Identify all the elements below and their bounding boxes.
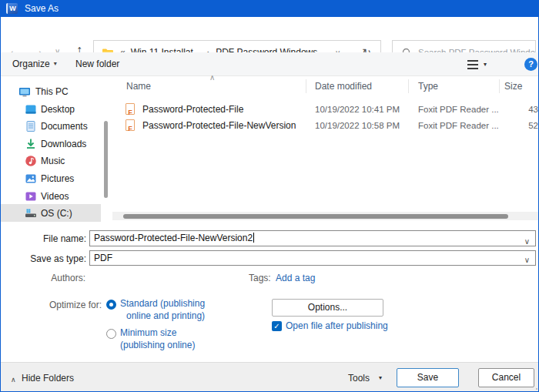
file-date-cell: 10/19/2022 10:41 PM bbox=[315, 102, 400, 118]
window-title: Save As bbox=[25, 0, 59, 17]
add-a-tag-link[interactable]: Add a tag bbox=[276, 273, 315, 283]
optimize-for-label: Optimize for: bbox=[1, 300, 102, 310]
column-header-type[interactable]: Type bbox=[418, 81, 438, 92]
sidebar-item-label: Desktop bbox=[41, 104, 75, 115]
sidebar-item-this-pc[interactable]: This PC bbox=[18, 83, 69, 100]
hard-drive-icon bbox=[25, 207, 37, 219]
column-header-name[interactable]: Name bbox=[126, 81, 151, 92]
sidebar-item-documents[interactable]: Documents bbox=[25, 118, 88, 135]
new-folder-button[interactable]: New folder bbox=[75, 59, 119, 69]
sidebar-item-downloads[interactable]: Downloads bbox=[25, 136, 86, 152]
column-header-date-modified[interactable]: Date modified bbox=[315, 81, 372, 92]
radio-standard-label-line2[interactable]: online and printing) bbox=[126, 310, 205, 321]
tags-label: Tags: bbox=[249, 273, 272, 283]
table-row[interactable]: F Password-Protected-File 10/19/2022 10:… bbox=[112, 102, 539, 118]
horizontal-scrollbar-thumb[interactable] bbox=[123, 214, 508, 219]
sort-ascending-icon[interactable]: ∧ bbox=[209, 73, 215, 82]
sidebar-item-label: Documents bbox=[41, 121, 88, 132]
sidebar-item-label: This PC bbox=[35, 86, 69, 97]
file-type-cell: Foxit PDF Reader ... bbox=[418, 118, 499, 134]
tools-caret-icon: ▾ bbox=[379, 374, 382, 381]
column-divider[interactable] bbox=[306, 79, 306, 93]
sidebar-item-label: OS (C:) bbox=[41, 208, 72, 219]
document-icon bbox=[25, 120, 37, 132]
tools-button[interactable]: Tools bbox=[348, 373, 370, 384]
pdf-file-icon: F bbox=[126, 103, 135, 115]
radio-standard-label-line1[interactable]: Standard (publishing bbox=[120, 298, 205, 309]
organize-caret-icon: ▾ bbox=[54, 60, 57, 67]
download-arrow-icon bbox=[25, 138, 37, 150]
pdf-file-icon: F bbox=[126, 119, 135, 131]
cancel-button[interactable]: Cancel bbox=[478, 368, 534, 387]
sidebar-item-videos[interactable]: Videos bbox=[25, 188, 69, 205]
file-size-cell: 43 bbox=[494, 102, 538, 118]
resize-grip[interactable] bbox=[536, 388, 537, 390]
organize-button[interactable]: Organize▾ bbox=[12, 59, 57, 69]
sidebar-item-label: Music bbox=[41, 156, 65, 166]
radio-standard[interactable] bbox=[106, 300, 116, 310]
pictures-icon bbox=[25, 173, 37, 185]
save-button[interactable]: Save bbox=[397, 368, 459, 387]
radio-minimum-label-line1[interactable]: Minimum size bbox=[120, 327, 176, 338]
file-date-cell: 10/19/2022 10:58 PM bbox=[315, 118, 400, 134]
view-list-icon[interactable] bbox=[467, 60, 478, 69]
chevron-down-icon[interactable]: ∨ bbox=[524, 234, 530, 249]
radio-minimum-label-line2[interactable]: (publishing online) bbox=[120, 340, 195, 350]
hide-folders-caret-icon: ∧ bbox=[11, 376, 16, 384]
table-row[interactable]: F Password-Protected-File-NewVersion 10/… bbox=[112, 118, 539, 134]
navigation-bar: ← → ∨ ↑ « Win 11 Installat... › PDF Pass… bbox=[1, 17, 539, 52]
column-divider[interactable] bbox=[408, 79, 409, 93]
sidebar-item-label: Videos bbox=[41, 191, 69, 202]
file-type-cell: Foxit PDF Reader ... bbox=[418, 102, 499, 118]
column-header-size[interactable]: Size bbox=[504, 81, 522, 92]
save-as-dialog: W Save As ← → ∨ ↑ « Win 11 Installat... … bbox=[0, 0, 539, 392]
video-play-icon bbox=[25, 190, 37, 203]
text-caret bbox=[253, 233, 254, 243]
options-button[interactable]: Options... bbox=[272, 299, 383, 317]
file-name-label: File name: bbox=[1, 233, 86, 244]
authors-label: Authors: bbox=[1, 273, 85, 283]
radio-minimum-size[interactable] bbox=[106, 329, 116, 339]
desktop-icon bbox=[25, 103, 37, 116]
save-as-type-select[interactable]: PDF ∨ bbox=[89, 250, 536, 266]
column-divider[interactable] bbox=[499, 79, 500, 93]
title-bar: W Save As bbox=[1, 0, 539, 17]
help-button[interactable]: ? bbox=[524, 58, 537, 71]
file-name-cell: Password-Protected-File-NewVersion bbox=[142, 118, 296, 134]
file-name-cell: Password-Protected-File bbox=[142, 102, 243, 118]
sidebar-item-music[interactable]: Music bbox=[25, 152, 65, 169]
word-app-icon: W bbox=[6, 3, 18, 14]
footer-bar: ∧ Hide Folders Tools ▾ Save Cancel bbox=[1, 362, 539, 392]
sidebar-item-label: Pictures bbox=[41, 173, 74, 184]
file-name-input[interactable]: Password-Protected-File-NewVersion2 ∨ bbox=[89, 230, 536, 246]
open-file-label[interactable]: Open file after publishing bbox=[286, 320, 388, 331]
sidebar-item-os-c[interactable]: OS (C:) bbox=[25, 205, 72, 222]
monitor-icon bbox=[18, 85, 31, 98]
file-name-value: Password-Protected-File-NewVersion2 bbox=[94, 233, 253, 243]
music-note-icon bbox=[25, 155, 37, 167]
chevron-down-icon[interactable]: ∨ bbox=[524, 253, 530, 267]
file-size-cell: 52 bbox=[494, 118, 538, 134]
sidebar-scrollbar[interactable] bbox=[104, 121, 108, 198]
sidebar-item-label: Downloads bbox=[41, 139, 86, 149]
sidebar-item-pictures[interactable]: Pictures bbox=[25, 170, 74, 187]
save-as-type-label: Save as type: bbox=[1, 253, 86, 264]
command-toolbar: Organize▾ New folder ▾ ? bbox=[1, 52, 539, 76]
view-caret-icon[interactable]: ▾ bbox=[484, 61, 487, 68]
checkmark-icon: ✓ bbox=[273, 322, 280, 330]
hide-folders-button[interactable]: Hide Folders bbox=[22, 373, 74, 384]
save-as-type-value: PDF bbox=[94, 253, 112, 263]
horizontal-scrollbar-track[interactable] bbox=[112, 212, 539, 220]
sidebar-item-desktop[interactable]: Desktop bbox=[25, 101, 75, 118]
open-file-checkbox[interactable]: ✓ bbox=[272, 321, 282, 331]
